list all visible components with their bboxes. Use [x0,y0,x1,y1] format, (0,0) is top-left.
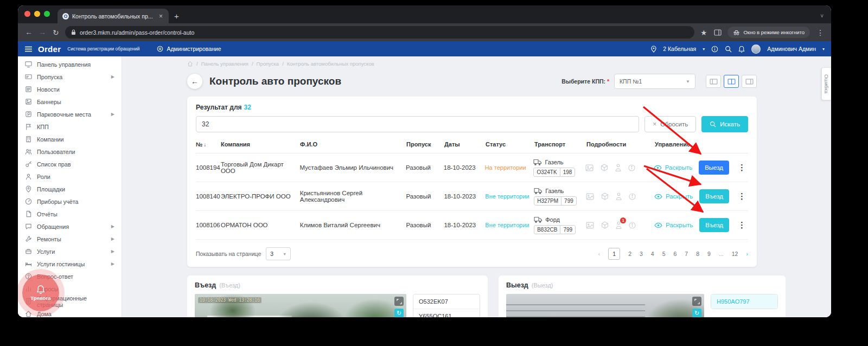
photo-icon[interactable] [586,193,594,200]
document-icon [25,210,32,217]
sidebar-item-users[interactable]: Пользователи [18,145,122,158]
alarm-button[interactable]: Тревога [22,274,59,311]
bookmark-star-icon[interactable]: ★ [699,28,708,37]
page-number[interactable]: 3 [640,251,643,257]
entry-action-button[interactable]: Въезд [699,189,729,203]
admin-section-link[interactable]: Администрирование [157,46,221,52]
forward-icon[interactable]: → [38,28,47,36]
cargo-icon[interactable] [601,193,609,200]
sidebar-item-passes[interactable]: Пропуска▶ [18,71,122,83]
reload-icon[interactable]: ↻ [52,28,60,37]
user-menu[interactable]: Админович Админ [767,46,816,52]
breadcrumb-item[interactable]: Пропуска [257,61,279,67]
plate-item[interactable]: O532EK07 [413,294,480,309]
hamburger-menu-icon[interactable] [24,46,33,52]
row-menu-icon[interactable]: ⋮ [736,220,748,230]
maximize-window-button[interactable] [44,11,50,17]
kpp-select[interactable]: КПП №1 ▼ [614,74,695,89]
app-logo[interactable]: Order [38,44,61,54]
back-icon[interactable]: ← [24,28,33,36]
passengers-icon[interactable] [615,164,621,171]
page-number[interactable]: 5 [662,251,666,257]
breadcrumb-item[interactable]: Панель управления [201,61,248,67]
search-input[interactable] [196,116,639,132]
user-menu-chevron-icon[interactable]: ▾ [822,47,825,52]
refresh-photo-icon[interactable]: ↻ [692,309,701,317]
prev-page-chevron[interactable]: ‹ [598,251,600,257]
page-number[interactable]: 7 [685,251,688,257]
sidebar-item-parking[interactable]: Парковочные места▶ [18,108,122,120]
fullscreen-icon[interactable] [394,297,404,306]
home-icon[interactable] [187,61,193,67]
cargo-icon[interactable] [601,164,608,171]
page-number[interactable]: 6 [674,251,677,257]
page-number[interactable]: 2 [628,251,631,257]
user-avatar[interactable] [751,44,761,54]
passengers-icon[interactable] [616,193,622,200]
refresh-photo-icon[interactable]: ↻ [394,309,404,317]
entry-camera-photo[interactable]: 10-18-2023 Wed 13:28:16 ↻ [195,294,406,317]
search-button[interactable]: Искать [701,116,748,132]
page-number[interactable]: 1 [608,248,620,260]
reset-button[interactable]: ×Сбросить [644,116,696,132]
sidebar-item-sites[interactable]: Площадки [18,183,122,195]
sidebar-item-permissions[interactable]: Список прав [18,158,122,170]
info-detail-icon[interactable] [629,193,636,200]
view-toggle-left[interactable] [706,75,721,88]
info-detail-icon[interactable] [629,222,636,229]
sidebar-item-banners[interactable]: Баннеры [18,95,122,108]
view-toggle-split[interactable] [724,75,739,88]
info-detail-icon[interactable] [628,164,635,171]
entry-action-button[interactable]: Въезд [699,218,729,232]
page-number[interactable]: 8 [696,251,699,257]
view-toggle-right[interactable] [742,75,757,88]
notifications-bell-icon[interactable] [738,46,745,53]
page-number[interactable]: 4 [651,251,654,257]
feedback-tab[interactable]: Ошибка [821,67,831,100]
sidebar-item-roles[interactable]: Роли [18,170,122,183]
sidebar-item-repairs[interactable]: Ремонты▶ [18,233,122,245]
tab-close-icon[interactable]: × [158,12,164,20]
sidebar-item-requests[interactable]: Обращения▶ [18,220,122,233]
tab-search-chevron-icon[interactable]: ˅ [820,13,824,19]
location-selector[interactable]: 2 Кабельная [663,46,696,52]
minimize-window-button[interactable] [34,11,40,17]
expand-row-button[interactable]: Раскрыть [654,164,692,171]
location-chevron-icon[interactable]: ▾ [703,47,705,52]
expand-row-button[interactable]: Раскрыть [654,222,693,228]
new-tab-button[interactable]: + [174,11,179,21]
plate-item[interactable]: Y655OC161 [413,309,480,317]
sidebar-item-companies[interactable]: Компании [18,133,122,145]
sidebar-item-checkpoint[interactable]: КПП [18,120,122,133]
per-page-select[interactable]: 3▼ [266,247,291,260]
exit-action-button[interactable]: Выезд [699,161,729,175]
sidebar-item-services[interactable]: Услуги▶ [18,245,122,258]
sidebar-item-hotel-services[interactable]: Услуги гостиницы▶ [18,258,122,270]
photo-icon[interactable] [585,164,593,171]
expand-row-button[interactable]: Раскрыть [654,193,693,200]
back-button[interactable]: ← [187,74,202,89]
page-number[interactable]: 12 [732,251,738,257]
photo-icon[interactable] [586,222,594,229]
row-menu-icon[interactable]: ⋮ [736,163,748,172]
page-number[interactable]: 9 [707,251,711,257]
url-field[interactable]: order3.mkm.ru/admin/pass-order/control-a… [65,26,694,39]
next-page-chevron[interactable]: › [746,251,748,257]
exit-camera-photo[interactable]: ↻ [506,294,704,317]
plate-item-selected[interactable]: H950AO797 [711,294,777,309]
row-menu-icon[interactable]: ⋮ [736,191,748,201]
column-header-num[interactable]: №↓ [196,141,221,148]
sort-descending-icon[interactable]: ↓ [203,142,206,148]
sidebar-item-dashboard[interactable]: Панель управления [18,58,122,71]
sidebar-item-meters[interactable]: Приборы учёта [18,195,122,208]
sidebar-item-news[interactable]: Новости [18,83,122,95]
search-icon[interactable] [725,46,732,53]
browser-tab[interactable]: O Контроль автомобильных пр... × [58,9,169,23]
cargo-icon[interactable] [601,221,609,229]
browser-menu-icon[interactable]: ⋮ [816,28,825,37]
fullscreen-icon[interactable] [692,297,701,306]
info-icon[interactable] [711,46,718,53]
close-window-button[interactable] [24,11,30,17]
sidebar-item-reports[interactable]: Отчёты [18,208,122,220]
side-panel-icon[interactable] [714,29,722,36]
